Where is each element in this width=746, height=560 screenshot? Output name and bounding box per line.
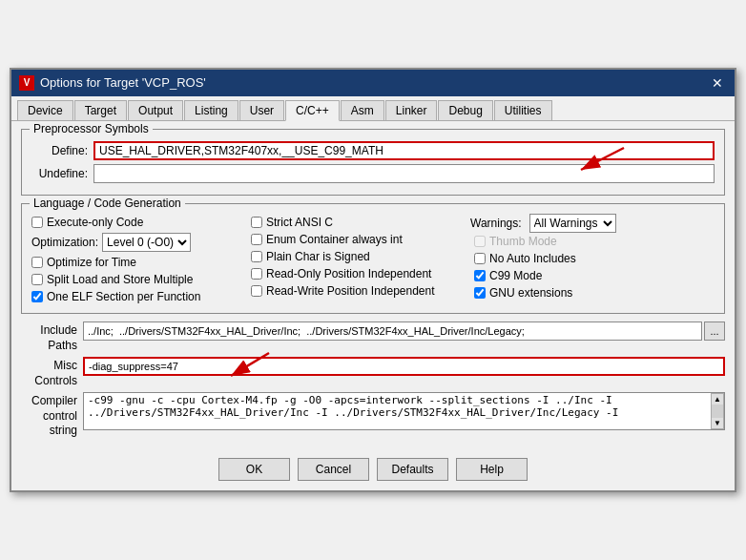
gnu-extensions-check[interactable] (474, 287, 486, 299)
gnu-extensions-label: GNU extensions (489, 286, 572, 300)
plain-char-label: Plain Char is Signed (266, 250, 370, 263)
no-auto-includes-check[interactable] (474, 253, 486, 264)
lang-col1: Execute-only Code Optimization: Level 0 … (31, 214, 251, 305)
define-input[interactable] (93, 141, 715, 160)
scroll-down-icon[interactable]: ▼ (713, 418, 722, 428)
warnings-row: Warnings: All Warnings No Warnings (470, 214, 715, 233)
enum-container-row: Enum Container always int (251, 231, 470, 248)
tab-linker[interactable]: Linker (385, 100, 438, 120)
defaults-button[interactable]: Defaults (377, 458, 448, 481)
language-group: Language / Code Generation Execute-only … (21, 203, 725, 314)
tab-device[interactable]: Device (17, 100, 73, 120)
preprocessor-title: Preprocessor Symbols (30, 122, 153, 135)
lang-col3: Warnings: All Warnings No Warnings Thumb… (470, 214, 715, 305)
thumb-mode-row: Thumb Mode (470, 233, 715, 250)
tab-target[interactable]: Target (74, 100, 127, 120)
scroll-up-icon[interactable]: ▲ (713, 394, 722, 404)
compiler-control-label: Compiler control string (21, 392, 83, 439)
c99-mode-check[interactable] (474, 270, 486, 281)
one-elf-check[interactable] (31, 291, 43, 302)
thumb-mode-check[interactable] (474, 236, 486, 247)
lang-col2: Strict ANSI C Enum Container always int … (251, 214, 470, 305)
one-elf-label: One ELF Section per Function (47, 290, 200, 303)
split-load-label: Split Load and Store Multiple (47, 273, 193, 286)
undefine-label: Undefine: (31, 167, 93, 180)
include-paths-browse-button[interactable]: ... (704, 321, 725, 341)
tab-cpp[interactable]: C/C++ (285, 100, 340, 121)
c99-mode-label: C99 Mode (489, 269, 542, 282)
compiler-scrollbar[interactable]: ▲ ▼ (711, 393, 724, 429)
include-paths-input[interactable] (83, 321, 702, 341)
misc-controls-row: Misc Controls (21, 357, 725, 388)
tab-output[interactable]: Output (128, 100, 183, 120)
optimize-time-label: Optimize for Time (47, 256, 136, 269)
include-paths-label: Include Paths (21, 321, 83, 353)
optimization-row: Optimization: Level 0 (-O0) Level 1 (-O1… (31, 231, 251, 254)
c99-mode-row: C99 Mode (470, 267, 715, 284)
close-button[interactable]: ✕ (708, 75, 727, 91)
tab-listing[interactable]: Listing (184, 100, 238, 120)
one-elf-row: One ELF Section per Function (31, 288, 251, 305)
no-auto-includes-row: No Auto Includes (470, 250, 715, 267)
language-title: Language / Code Generation (30, 197, 185, 210)
tab-user[interactable]: User (239, 100, 284, 120)
readonly-pos-label: Read-Only Position Independent (266, 267, 431, 280)
define-row: Define: (31, 141, 715, 160)
optimization-label: Optimization: (31, 236, 98, 249)
optimization-select[interactable]: Level 0 (-O0) Level 1 (-O1) Level 2 (-O2… (102, 233, 191, 252)
no-auto-includes-label: No Auto Includes (489, 252, 576, 265)
title-bar: V Options for Target 'VCP_ROS' ✕ (11, 70, 735, 96)
bottom-bar: OK Cancel Defaults Help (11, 450, 735, 490)
undefine-row: Undefine: (31, 164, 715, 183)
optimize-time-row: Optimize for Time (31, 254, 251, 271)
optimize-time-check[interactable] (31, 257, 43, 268)
warnings-label: Warnings: (470, 217, 522, 230)
split-load-row: Split Load and Store Multiple (31, 271, 251, 288)
define-label: Define: (31, 144, 93, 157)
strict-ansi-row: Strict ANSI C (251, 214, 470, 231)
help-button[interactable]: Help (456, 458, 528, 481)
scroll-track (712, 404, 723, 418)
thumb-mode-label: Thumb Mode (489, 235, 557, 248)
preprocessor-group: Preprocessor Symbols Define: Undefine: (21, 129, 725, 196)
execute-only-check[interactable] (31, 217, 43, 228)
split-load-check[interactable] (31, 274, 43, 285)
enum-container-check[interactable] (251, 234, 262, 245)
title-bar-left: V Options for Target 'VCP_ROS' (19, 75, 206, 91)
readwrite-pos-label: Read-Write Position Independent (266, 284, 435, 298)
dialog-body: Preprocessor Symbols Define: Undefine: (11, 121, 735, 450)
misc-controls-input[interactable] (83, 357, 725, 376)
warnings-select[interactable]: All Warnings No Warnings (529, 214, 616, 233)
cancel-button[interactable]: Cancel (298, 458, 369, 481)
readonly-pos-row: Read-Only Position Independent (251, 265, 470, 282)
gnu-extensions-row: GNU extensions (470, 284, 715, 301)
app-icon: V (19, 75, 34, 91)
tab-asm[interactable]: Asm (341, 100, 384, 120)
readwrite-pos-check[interactable] (251, 285, 262, 297)
execute-only-label: Execute-only Code (47, 216, 143, 229)
plain-char-check[interactable] (251, 251, 262, 262)
undefine-input[interactable] (93, 164, 715, 183)
compiler-control-row: Compiler control string -c99 -gnu -c -cp… (21, 392, 725, 439)
plain-char-row: Plain Char is Signed (251, 248, 470, 265)
misc-controls-label: Misc Controls (21, 357, 83, 388)
ok-button[interactable]: OK (218, 458, 290, 481)
compiler-control-input[interactable]: -c99 -gnu -c -cpu Cortex-M4.fp -g -O0 -a… (84, 393, 711, 429)
enum-container-label: Enum Container always int (266, 233, 403, 246)
main-dialog: V Options for Target 'VCP_ROS' ✕ Device … (10, 68, 736, 492)
execute-only-row: Execute-only Code (31, 214, 251, 231)
tabs-bar: Device Target Output Listing User C/C++ … (11, 96, 735, 121)
strict-ansi-check[interactable] (251, 217, 262, 228)
readonly-pos-check[interactable] (251, 268, 262, 280)
readwrite-pos-row: Read-Write Position Independent (251, 282, 470, 300)
tab-utilities[interactable]: Utilities (494, 100, 552, 120)
strict-ansi-label: Strict ANSI C (266, 216, 333, 229)
tab-debug[interactable]: Debug (438, 100, 492, 120)
dialog-title: Options for Target 'VCP_ROS' (40, 75, 206, 90)
include-paths-row: Include Paths ... (21, 321, 725, 353)
